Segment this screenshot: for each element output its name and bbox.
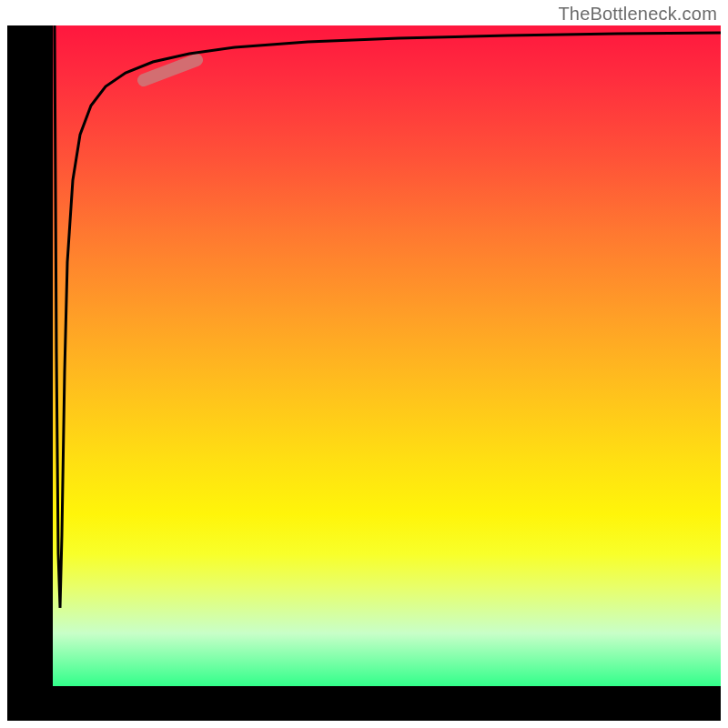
chart-frame xyxy=(7,25,721,721)
watermark-text: TheBottleneck.com xyxy=(558,4,717,25)
curve-svg xyxy=(53,25,721,686)
plot-area xyxy=(53,25,721,686)
bottleneck-curve xyxy=(55,25,721,608)
